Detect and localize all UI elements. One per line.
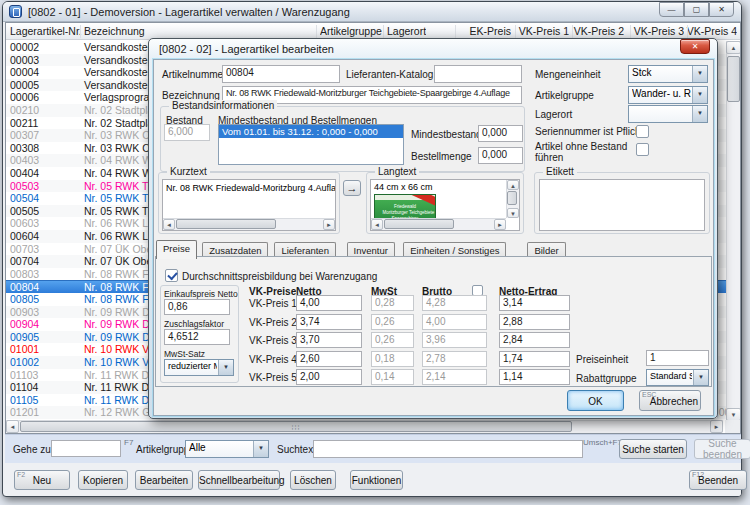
vk-netto-input[interactable]: 3,74 bbox=[296, 314, 362, 330]
kopieren-button[interactable]: Kopieren bbox=[78, 470, 128, 490]
col-vkpreis4[interactable]: VK-Preis 4 bbox=[677, 25, 737, 37]
transfer-arrow-button[interactable]: → bbox=[343, 180, 361, 196]
col-bezeichnung[interactable]: Bezeichnung bbox=[84, 25, 145, 37]
vk-mwst-input[interactable]: 0,18 bbox=[371, 351, 414, 367]
horizontal-scrollbar[interactable]: ◄ ⁞⁞⁞ ► bbox=[6, 420, 723, 433]
col-lagerartikelnr[interactable]: Lagerartikel-Nr. bbox=[10, 25, 82, 37]
funktionen-button[interactable]: Funktionen bbox=[350, 470, 403, 490]
minimize-icon[interactable]: — bbox=[659, 2, 684, 17]
gehe-zu-input[interactable] bbox=[51, 440, 121, 457]
lieferanten-katalog-input[interactable] bbox=[434, 65, 522, 83]
col-ekpreis[interactable]: EK-Preis bbox=[451, 25, 511, 37]
vk-ertrag-input[interactable]: 1,74 bbox=[499, 351, 570, 367]
langtext-hscroll-thumb[interactable] bbox=[384, 219, 454, 229]
col-artikelgruppe[interactable]: Artikelgruppe bbox=[320, 25, 382, 37]
vk-mwst-input[interactable]: 0,28 bbox=[371, 295, 414, 311]
cell: 00703 bbox=[10, 243, 39, 256]
vk-ertrag-input[interactable]: 2,84 bbox=[499, 332, 570, 348]
preiseinheit-input[interactable]: 1 bbox=[646, 350, 709, 366]
seriennummer-checkbox[interactable] bbox=[636, 125, 649, 138]
bestand-input[interactable]: 6,000 bbox=[164, 124, 210, 141]
mengeneinheit-select[interactable]: Stck ▼ bbox=[628, 65, 708, 83]
vk-brutto-input[interactable]: 2,78 bbox=[422, 351, 487, 367]
bestellmenge-input[interactable]: 0,000 bbox=[478, 147, 523, 164]
vk-brutto-input[interactable]: 3,96 bbox=[422, 332, 487, 348]
vk-brutto-input[interactable]: 4,00 bbox=[422, 314, 487, 330]
vk-brutto-input[interactable]: 2,14 bbox=[422, 369, 487, 385]
neu-button[interactable]: F2Neu bbox=[14, 470, 70, 490]
scroll-down-icon[interactable]: ▼ bbox=[507, 208, 519, 218]
dropdown-icon[interactable]: ▼ bbox=[692, 66, 707, 82]
lagerort-select[interactable]: ▼ bbox=[628, 105, 708, 123]
scroll-up-icon[interactable]: ▲ bbox=[726, 41, 741, 54]
etikett-textarea[interactable] bbox=[539, 179, 705, 231]
schnellbearbeitung-button[interactable]: Schnellbearbeitung bbox=[198, 470, 280, 490]
maximize-icon[interactable]: ▢ bbox=[684, 2, 709, 17]
artikelgruppe-filter-select[interactable]: Alle ▼ bbox=[185, 440, 269, 458]
scroll-left-icon[interactable]: ◄ bbox=[163, 219, 175, 230]
mindestbestand-label: Mindestbestand bbox=[411, 129, 482, 140]
horizontal-scroll-thumb[interactable]: ⁞⁞⁞ bbox=[20, 421, 572, 432]
dialog-close-icon[interactable]: ✕ bbox=[680, 39, 710, 54]
listbox-selected-item[interactable]: Vom 01.01. bis 31.12. : 0,000 - 0,000 bbox=[219, 125, 403, 138]
vk-brutto-input[interactable]: 4,28 bbox=[422, 295, 487, 311]
kurztext-scroll-thumb[interactable] bbox=[176, 219, 276, 229]
vertical-scrollbar[interactable]: ▲ ▼ bbox=[726, 41, 741, 421]
close-icon[interactable]: ✕ bbox=[709, 2, 734, 17]
artikelgruppe-select[interactable]: Wander- u. Radk ▼ bbox=[628, 86, 708, 104]
langtext-vscroll-thumb[interactable] bbox=[507, 191, 517, 205]
vk-ertrag-input[interactable]: 2,88 bbox=[499, 314, 570, 330]
suche-starten-button[interactable]: Suche starten bbox=[619, 439, 687, 459]
vk-ertrag-input[interactable]: 3,14 bbox=[499, 295, 570, 311]
scroll-right-icon[interactable]: ► bbox=[494, 219, 506, 230]
scroll-left-icon[interactable]: ◄ bbox=[371, 219, 383, 230]
col-vkpreis1[interactable]: VK-Preis 1 bbox=[509, 25, 569, 37]
tab-preise[interactable]: Preise bbox=[156, 240, 197, 259]
dialog-title: [0802 - 02] - Lagerartikel bearbeiten bbox=[159, 43, 334, 55]
dropdown-icon[interactable]: ▼ bbox=[693, 370, 708, 385]
suchtext-input[interactable] bbox=[313, 440, 583, 458]
einkaufspreis-input[interactable]: 0,86 bbox=[164, 299, 230, 315]
vk-mwst-input[interactable]: 0,14 bbox=[371, 369, 414, 385]
dropdown-icon[interactable]: ▼ bbox=[218, 360, 233, 375]
col-vkpreis2[interactable]: VK-Preis 2 bbox=[564, 25, 624, 37]
abbrechen-button[interactable]: ESC Abbrechen bbox=[639, 390, 701, 411]
rabattgruppe-select[interactable]: Standard Sta ▼ bbox=[646, 369, 709, 386]
cell: 00002 bbox=[10, 41, 39, 54]
scroll-up-icon[interactable]: ▲ bbox=[507, 180, 519, 190]
langtext-textarea[interactable]: 44 cm x 66 cm Friedewald Moritzburger Te… bbox=[370, 179, 520, 231]
title-bar[interactable]: [0802 - 01] - Demoversion - Lagerartikel… bbox=[3, 2, 741, 22]
vk-mwst-input[interactable]: 0,26 bbox=[371, 332, 414, 348]
mindestbestand-input[interactable]: 0,000 bbox=[478, 125, 523, 142]
etikett-group: Etikett bbox=[534, 172, 710, 234]
zuschlagsfaktor-input[interactable]: 4,6512 bbox=[164, 329, 230, 345]
artikelnummer-input[interactable]: 00804 bbox=[222, 65, 340, 83]
mwst-satz-select[interactable]: reduzierter Mw ▼ bbox=[164, 359, 234, 376]
vertical-scroll-thumb[interactable] bbox=[727, 56, 740, 102]
vk-netto-input[interactable]: 2,00 bbox=[296, 369, 362, 385]
col-vkpreis3[interactable]: VK-Preis 3 bbox=[624, 25, 684, 37]
durchschnittspreis-checkbox[interactable] bbox=[165, 269, 178, 282]
scroll-right-icon[interactable]: ► bbox=[710, 420, 723, 433]
cell: 00905 bbox=[10, 331, 39, 344]
beenden-button[interactable]: F12 Beenden bbox=[689, 470, 747, 490]
vk-mwst-input[interactable]: 0,26 bbox=[371, 314, 414, 330]
vk-netto-input[interactable]: 2,60 bbox=[296, 351, 362, 367]
scroll-right-icon[interactable]: ► bbox=[323, 219, 335, 230]
bestellmengen-listbox[interactable]: Vom 01.01. bis 31.12. : 0,000 - 0,000 bbox=[218, 124, 404, 165]
vk-netto-input[interactable]: 3,70 bbox=[296, 332, 362, 348]
scroll-left-icon[interactable]: ◄ bbox=[6, 420, 19, 433]
vk-netto-input[interactable]: 4,00 bbox=[296, 295, 362, 311]
kurztext-textarea[interactable]: Nr. 08 RWK Friedewald-Moritzburg 4.Aufla… bbox=[162, 179, 336, 231]
artikel-ohne-bestand-checkbox[interactable] bbox=[636, 143, 649, 156]
suche-beenden-button[interactable]: Suche beenden bbox=[694, 439, 750, 459]
vk-ertrag-input[interactable]: 1,14 bbox=[499, 369, 570, 385]
bearbeiten-button[interactable]: Bearbeiten bbox=[135, 470, 193, 490]
ok-button[interactable]: OK bbox=[567, 390, 624, 411]
dropdown-icon[interactable]: ▼ bbox=[692, 87, 707, 103]
dropdown-icon[interactable]: ▼ bbox=[692, 106, 707, 122]
löschen-button[interactable]: Löschen bbox=[290, 470, 336, 490]
cell: 00404 bbox=[10, 167, 39, 180]
dropdown-icon[interactable]: ▼ bbox=[253, 441, 268, 457]
col-lagerort[interactable]: Lagerort bbox=[387, 25, 426, 37]
